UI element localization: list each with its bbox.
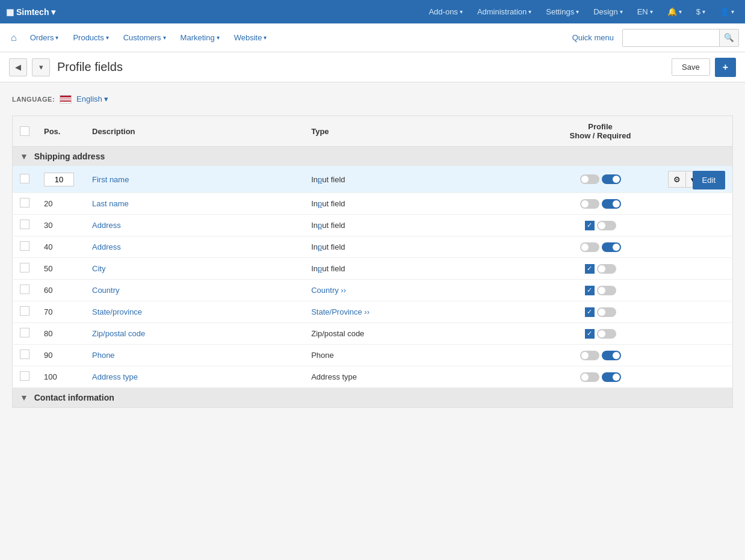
- row-type-link[interactable]: Country ››: [311, 286, 346, 295]
- nav-products[interactable]: Products ▾: [67, 23, 114, 52]
- row-checkbox[interactable]: [20, 241, 29, 251]
- save-button[interactable]: Save: [672, 58, 710, 76]
- row-checkbox[interactable]: [20, 263, 29, 272]
- table-row: 70 State/province State/Province ››: [13, 301, 733, 323]
- row-checkbox[interactable]: [20, 220, 29, 229]
- show-checkbox[interactable]: [585, 221, 595, 230]
- section-collapse-icon[interactable]: ▼: [20, 393, 28, 402]
- topnav-addons[interactable]: Add-ons ▾: [424, 7, 467, 16]
- required-toggle[interactable]: [597, 307, 616, 317]
- select-all-checkbox[interactable]: [20, 126, 29, 136]
- row-desc-cell: Phone: [85, 345, 304, 366]
- language-name: English: [76, 94, 102, 103]
- show-checkbox[interactable]: [585, 264, 595, 274]
- row-checkbox[interactable]: [20, 328, 29, 337]
- row-description-link[interactable]: Address: [92, 242, 121, 251]
- pos-input[interactable]: [44, 173, 74, 186]
- nav-marketing[interactable]: Marketing ▾: [175, 23, 226, 52]
- gear-button[interactable]: ⚙: [668, 171, 685, 188]
- row-checkbox-cell: [13, 345, 37, 366]
- row-description-link[interactable]: Address type: [92, 372, 138, 381]
- row-description-link[interactable]: Address: [92, 221, 121, 230]
- topnav-design[interactable]: Design ▾: [589, 7, 627, 16]
- language-selector[interactable]: English ▾: [76, 94, 108, 103]
- show-checkbox[interactable]: [585, 329, 595, 339]
- row-type-link[interactable]: State/Province ››: [311, 307, 369, 316]
- row-pos: 90: [44, 351, 52, 360]
- topnav-currency[interactable]: $ ▾: [691, 7, 710, 16]
- row-checkbox[interactable]: [20, 306, 29, 316]
- home-button[interactable]: ⌂: [6, 32, 22, 43]
- row-checkbox[interactable]: [20, 174, 29, 183]
- quick-menu-link[interactable]: Quick menu: [566, 33, 620, 42]
- row-description-link[interactable]: Phone: [92, 351, 115, 360]
- row-type: Input field: [311, 221, 345, 230]
- topnav-user[interactable]: 👤 ▾: [715, 7, 739, 16]
- show-toggle[interactable]: [580, 242, 599, 252]
- required-toggle[interactable]: [597, 221, 616, 230]
- add-button[interactable]: +: [715, 58, 736, 77]
- home-icon: ⌂: [11, 32, 17, 43]
- gear-icon: ⚙: [673, 175, 681, 184]
- row-checkbox-cell: [13, 258, 37, 280]
- nav-orders[interactable]: Orders ▾: [24, 23, 65, 52]
- row-checkbox[interactable]: [20, 198, 29, 208]
- edit-dropdown-menu[interactable]: Edit: [693, 171, 725, 189]
- show-toggle[interactable]: [580, 174, 599, 184]
- row-desc-cell: Zip/postal code: [85, 323, 304, 345]
- table-row: 30 Address Input field: [13, 215, 733, 236]
- row-description-link[interactable]: City: [92, 264, 105, 273]
- search-button[interactable]: 🔍: [719, 29, 738, 47]
- row-description-link[interactable]: First name: [92, 175, 129, 184]
- topnav-administration[interactable]: Administration ▾: [472, 7, 536, 16]
- table-row: 20 Last name Input field: [13, 193, 733, 215]
- row-desc-cell: Country: [85, 280, 304, 301]
- brand-icon: ▦: [6, 7, 14, 17]
- row-type-cell: Input field: [304, 215, 540, 236]
- row-actions-cell: [661, 366, 733, 388]
- profile-fields-table: Pos. Description Type Profile Show / Req…: [12, 115, 733, 408]
- search-input[interactable]: [623, 29, 719, 47]
- row-checkbox[interactable]: [20, 371, 29, 381]
- topnav-notifications[interactable]: 🔔 ▾: [663, 7, 687, 16]
- show-toggle[interactable]: [580, 199, 599, 209]
- show-checkbox[interactable]: [585, 286, 595, 295]
- menu-button[interactable]: ▾: [32, 58, 50, 76]
- row-pos-cell: 70: [37, 301, 85, 323]
- row-description-link[interactable]: Last name: [92, 199, 129, 208]
- table-row: 50 City Input field: [13, 258, 733, 280]
- required-toggle[interactable]: [602, 372, 621, 382]
- required-toggle[interactable]: [597, 329, 616, 339]
- required-toggle[interactable]: [602, 174, 621, 184]
- row-checkbox[interactable]: [20, 285, 29, 294]
- topnav-settings[interactable]: Settings ▾: [541, 7, 584, 16]
- row-description-link[interactable]: State/province: [92, 307, 142, 316]
- show-checkbox[interactable]: [585, 307, 595, 317]
- row-description-link[interactable]: Zip/postal code: [92, 329, 145, 338]
- row-actions-cell: [661, 323, 733, 345]
- required-toggle[interactable]: [602, 199, 621, 209]
- required-toggle[interactable]: [597, 264, 616, 274]
- show-toggle[interactable]: [580, 351, 599, 360]
- row-actions-cell: [661, 258, 733, 280]
- row-description-link[interactable]: Country: [92, 286, 120, 295]
- nav-customers[interactable]: Customers ▾: [117, 23, 172, 52]
- required-toggle[interactable]: [597, 286, 616, 295]
- show-toggle[interactable]: [580, 372, 599, 382]
- nav-website[interactable]: Website ▾: [228, 23, 273, 52]
- row-actions-cell: [661, 193, 733, 215]
- row-pos-cell: 60: [37, 280, 85, 301]
- row-checkbox-cell: [13, 193, 37, 215]
- back-button[interactable]: ◀: [9, 58, 27, 76]
- topnav-language[interactable]: EN ▾: [632, 7, 658, 16]
- row-actions-cell: [661, 345, 733, 366]
- table-row: 80 Zip/postal code Zip/postal code: [13, 323, 733, 345]
- table-row: 100 Address type Address type: [13, 366, 733, 388]
- row-checkbox[interactable]: [20, 349, 29, 359]
- row-pos-cell: 80: [37, 323, 85, 345]
- required-toggle[interactable]: [602, 242, 621, 252]
- brand-logo[interactable]: ▦ Simtech ▾: [6, 7, 55, 17]
- required-toggle[interactable]: [602, 351, 621, 360]
- row-pos-cell: 90: [37, 345, 85, 366]
- section-collapse-icon[interactable]: ▼: [20, 152, 28, 161]
